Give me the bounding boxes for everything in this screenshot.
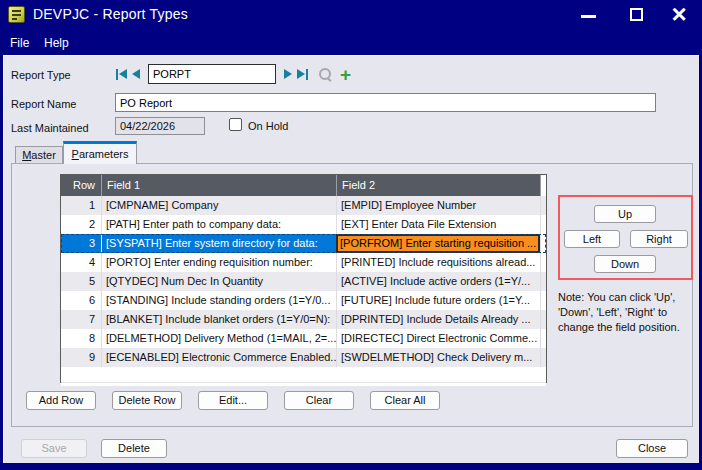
cell-row-number: 7 — [61, 310, 101, 329]
table-row[interactable]: 5 [QTYDEC] Num Dec In Quantity [ACTIVE] … — [61, 272, 546, 291]
go-next-button[interactable] — [284, 69, 292, 79]
table-row[interactable]: 6 [STANDING] Include standing orders (1=… — [61, 291, 546, 310]
cell-field1[interactable]: [DELMETHOD] Delivery Method (1=MAIL, 2=.… — [101, 329, 336, 348]
cell-field2[interactable]: [EMPID] Employee Number — [336, 196, 540, 215]
cell-field2[interactable]: [DPRINTED] Include Details Already ... — [336, 310, 540, 329]
close-icon — [671, 9, 686, 26]
title-bar: DEVPJC - Report Types — [0, 0, 702, 30]
cell-row-number: 1 — [61, 196, 101, 215]
tab-master[interactable]: Master — [15, 146, 63, 164]
report-type-navigator — [116, 63, 351, 85]
report-types-window: DEVPJC - Report Types File Help Report T… — [0, 0, 702, 470]
client-area: Report Type Report Name Last Maintained … — [3, 55, 699, 463]
minimize-icon — [581, 15, 596, 18]
cell-field1[interactable]: [PATH] Enter path to company data: — [101, 215, 336, 234]
col-header-row: Row — [61, 175, 101, 196]
cell-field2[interactable]: [SWDELMETHOD] Check Delivery m... — [336, 348, 540, 367]
cell-field2[interactable]: [ACTIVE] Include active orders (1=Y/... — [336, 272, 540, 291]
table-row[interactable]: 4 [PORTO] Enter ending requisition numbe… — [61, 253, 546, 272]
col-header-field1: Field 1 — [101, 175, 336, 196]
cell-field2[interactable]: [FUTURE] Include future orders (1=Y... — [336, 291, 540, 310]
cell-row-number: 5 — [61, 272, 101, 291]
go-last-icon — [297, 69, 305, 79]
table-row-selected[interactable]: 3 [SYSPATH] Enter system directory for d… — [61, 234, 546, 253]
report-app-icon — [8, 6, 25, 23]
table-row[interactable]: 1 [CMPNAME] Company [EMPID] Employee Num… — [61, 196, 546, 215]
report-type-input[interactable] — [148, 64, 276, 84]
edit-button[interactable]: Edit... — [198, 391, 268, 410]
go-previous-icon — [132, 69, 140, 79]
menu-help[interactable]: Help — [38, 34, 75, 52]
last-maintained-label: Last Maintained — [11, 122, 89, 134]
cell-field1[interactable]: [STANDING] Include standing orders (1=Y/… — [101, 291, 336, 310]
close-window-button[interactable] — [662, 0, 696, 30]
cell-field2[interactable]: [DIRECTEC] Direct Electronic Comme... — [336, 329, 540, 348]
on-hold-label: On Hold — [248, 120, 288, 132]
cell-field2-active[interactable]: [PORFROM] Enter starting requisition ... — [336, 234, 540, 253]
cell-field1[interactable]: [PORTO] Enter ending requisition number: — [101, 253, 336, 272]
col-header-spare — [540, 175, 546, 196]
cell-row-number: 8 — [61, 329, 101, 348]
right-button[interactable]: Right — [630, 230, 688, 248]
grid-empty-row — [61, 383, 546, 386]
go-last-button[interactable] — [297, 69, 308, 80]
cell-field1[interactable]: [BLANKET] Include blanket orders (1=Y/0=… — [101, 310, 336, 329]
minimize-button[interactable] — [572, 0, 606, 30]
on-hold-checkbox[interactable] — [229, 118, 242, 131]
col-header-field2: Field 2 — [336, 175, 540, 196]
cell-field2[interactable]: [EXT] Enter Data File Extension — [336, 215, 540, 234]
clear-button[interactable]: Clear — [284, 391, 354, 410]
position-note-text: Note: You can click 'Up', 'Down', 'Left'… — [558, 290, 698, 335]
new-record-plus-icon[interactable] — [340, 67, 351, 82]
cell-field1[interactable]: [SYSPATH] Enter system directory for dat… — [101, 234, 336, 253]
cell-field1[interactable]: [CMPNAME] Company — [101, 196, 336, 215]
cell-field1[interactable]: [ECENABLED] Electronic Commerce Enabled.… — [101, 348, 336, 367]
menu-bar: File Help — [0, 30, 702, 55]
maximize-button[interactable] — [620, 0, 654, 30]
left-button[interactable]: Left — [564, 230, 620, 248]
delete-button[interactable]: Delete — [101, 439, 167, 458]
window-title: DEVPJC - Report Types — [33, 6, 188, 22]
delete-row-button[interactable]: Delete Row — [112, 391, 182, 410]
cell-field1[interactable]: [QTYDEC] Num Dec In Quantity — [101, 272, 336, 291]
menu-file[interactable]: File — [4, 34, 35, 52]
cell-row-number: 9 — [61, 348, 101, 367]
report-type-label: Report Type — [11, 69, 71, 81]
go-previous-button[interactable] — [132, 69, 140, 79]
report-name-input[interactable] — [115, 93, 656, 112]
lookup-magnifier-icon[interactable] — [318, 67, 333, 82]
report-name-label: Report Name — [11, 98, 76, 110]
maximize-icon — [630, 8, 643, 21]
grid-header-row: Row Field 1 Field 2 — [61, 175, 546, 196]
cell-row-number: 6 — [61, 291, 101, 310]
go-first-icon — [119, 69, 127, 79]
table-row[interactable]: 9 [ECENABLED] Electronic Commerce Enable… — [61, 348, 546, 367]
down-button[interactable]: Down — [594, 255, 656, 273]
go-first-button[interactable] — [116, 69, 127, 80]
cell-row-number: 3 — [61, 234, 101, 253]
go-next-icon — [284, 69, 292, 79]
cell-row-number: 4 — [61, 253, 101, 272]
add-row-button[interactable]: Add Row — [26, 391, 96, 410]
parameters-tab-panel: Row Field 1 Field 2 1 [CMPNAME] Company … — [11, 163, 693, 427]
close-button[interactable]: Close — [616, 439, 688, 458]
save-button[interactable]: Save — [21, 439, 87, 458]
table-row[interactable]: 8 [DELMETHOD] Delivery Method (1=MAIL, 2… — [61, 329, 546, 348]
clear-all-button[interactable]: Clear All — [370, 391, 440, 410]
grid-empty-row — [61, 367, 546, 383]
tab-parameters[interactable]: Parameters — [63, 141, 137, 164]
last-maintained-value: 04/22/2026 — [115, 117, 205, 135]
up-button[interactable]: Up — [594, 205, 656, 223]
cell-field2[interactable]: [PRINTED] Include requisitions alread... — [336, 253, 540, 272]
position-controls-box: Up Left Right Down — [558, 195, 693, 280]
table-row[interactable]: 7 [BLANKET] Include blanket orders (1=Y/… — [61, 310, 546, 329]
parameters-grid: Row Field 1 Field 2 1 [CMPNAME] Company … — [60, 174, 547, 383]
table-row[interactable]: 2 [PATH] Enter path to company data: [EX… — [61, 215, 546, 234]
cell-row-number: 2 — [61, 215, 101, 234]
